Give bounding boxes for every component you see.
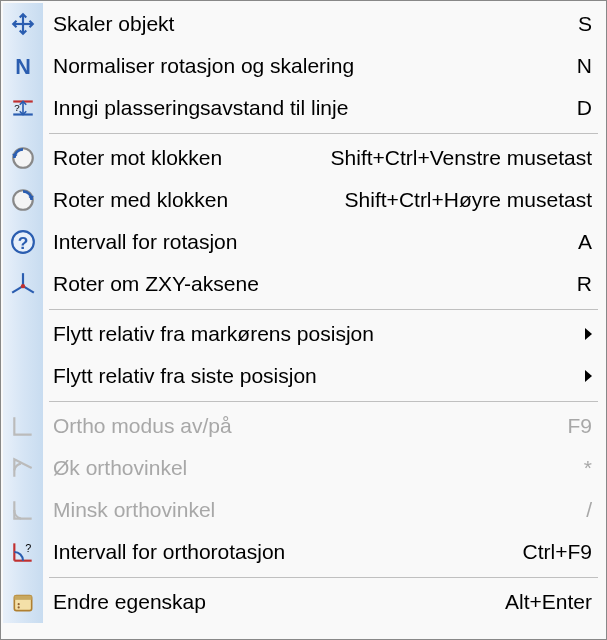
- menu-item-label: Minsk orthovinkel: [53, 498, 215, 522]
- menu-item-decrease-ortho-angle: Minsk orthovinkel /: [3, 489, 604, 531]
- svg-point-21: [18, 606, 20, 608]
- menu-item-shortcut: A: [578, 230, 592, 254]
- menu-item-shortcut: *: [584, 456, 592, 480]
- menu-item-move-relative-last[interactable]: Flytt relativ fra siste posisjon: [3, 355, 604, 397]
- cw-icon: [3, 179, 43, 221]
- menu-item-shortcut: /: [586, 498, 592, 522]
- menu-item-label: Øk orthovinkel: [53, 456, 187, 480]
- menu-item-label: Ortho modus av/på: [53, 414, 232, 438]
- menu-item-rotate-zxy[interactable]: Roter om ZXY-aksene R: [3, 263, 604, 305]
- ccw-icon: [3, 137, 43, 179]
- menu-item-label: Inngi plasseringsavstand til linje: [53, 96, 348, 120]
- menu-item-rotate-ccw[interactable]: Roter mot klokken Shift+Ctrl+Venstre mus…: [3, 137, 604, 179]
- submenu-arrow-icon: [585, 328, 592, 340]
- ortho-interval-icon: ?: [3, 531, 43, 573]
- menu-item-label: Intervall for rotasjon: [53, 230, 237, 254]
- menu-item-rotation-interval[interactable]: ? Intervall for rotasjon A: [3, 221, 604, 263]
- svg-point-20: [18, 603, 20, 605]
- ortho-icon: [3, 405, 43, 447]
- svg-rect-19: [14, 596, 31, 600]
- menu-separator: [3, 573, 604, 581]
- menu-item-shortcut: N: [577, 54, 592, 78]
- menu-item-increase-ortho-angle: Øk orthovinkel *: [3, 447, 604, 489]
- menu-item-label: Flytt relativ fra siste posisjon: [53, 364, 317, 388]
- menu-item-label: Roter mot klokken: [53, 146, 222, 170]
- menu-item-shortcut: Shift+Ctrl+Høyre musetast: [345, 188, 592, 212]
- angle-up-icon: [3, 447, 43, 489]
- submenu-arrow-icon: [585, 370, 592, 382]
- menu-item-distance-to-line[interactable]: ? Inngi plasseringsavstand til linje D: [3, 87, 604, 129]
- menu-item-shortcut: F9: [567, 414, 592, 438]
- menu-item-label: Roter om ZXY-aksene: [53, 272, 259, 296]
- menu-item-shortcut: Shift+Ctrl+Venstre musetast: [331, 146, 592, 170]
- properties-icon: [3, 581, 43, 623]
- menu-item-shortcut: Alt+Enter: [505, 590, 592, 614]
- move-icon: [3, 3, 43, 45]
- menu-item-normalize[interactable]: N Normaliser rotasjon og skalering N: [3, 45, 604, 87]
- menu-item-rotate-cw[interactable]: Roter med klokken Shift+Ctrl+Høyre muset…: [3, 179, 604, 221]
- svg-text:?: ?: [18, 233, 29, 253]
- svg-point-16: [21, 284, 25, 288]
- angle-down-icon: [3, 489, 43, 531]
- svg-text:?: ?: [14, 102, 20, 113]
- n-icon: N: [3, 45, 43, 87]
- menu-item-shortcut: R: [577, 272, 592, 296]
- context-menu: Skaler objekt S N Normaliser rotasjon og…: [0, 0, 607, 640]
- axes-icon: [3, 263, 43, 305]
- menu-item-label: Roter med klokken: [53, 188, 228, 212]
- svg-text:N: N: [15, 54, 31, 79]
- svg-text:?: ?: [25, 542, 31, 554]
- menu-separator: [3, 397, 604, 405]
- menu-item-label: Normaliser rotasjon og skalering: [53, 54, 354, 78]
- blank-icon: [3, 355, 43, 397]
- menu-item-properties[interactable]: Endre egenskap Alt+Enter: [3, 581, 604, 623]
- question-icon: ?: [3, 221, 43, 263]
- menu-item-shortcut: Ctrl+F9: [523, 540, 592, 564]
- menu-item-label: Flytt relativ fra markørens posisjon: [53, 322, 374, 346]
- blank-icon: [3, 313, 43, 355]
- distance-icon: ?: [3, 87, 43, 129]
- menu-item-label: Skaler objekt: [53, 12, 174, 36]
- menu-item-label: Endre egenskap: [53, 590, 206, 614]
- menu-item-label: Intervall for orthorotasjon: [53, 540, 285, 564]
- menu-item-move-relative-cursor[interactable]: Flytt relativ fra markørens posisjon: [3, 313, 604, 355]
- menu-separator: [3, 305, 604, 313]
- menu-item-shortcut: S: [578, 12, 592, 36]
- menu-item-scale-object[interactable]: Skaler objekt S: [3, 3, 604, 45]
- menu-item-ortho-toggle: Ortho modus av/på F9: [3, 405, 604, 447]
- menu-separator: [3, 129, 604, 137]
- menu-item-shortcut: D: [577, 96, 592, 120]
- menu-item-ortho-rotation-interval[interactable]: ? Intervall for orthorotasjon Ctrl+F9: [3, 531, 604, 573]
